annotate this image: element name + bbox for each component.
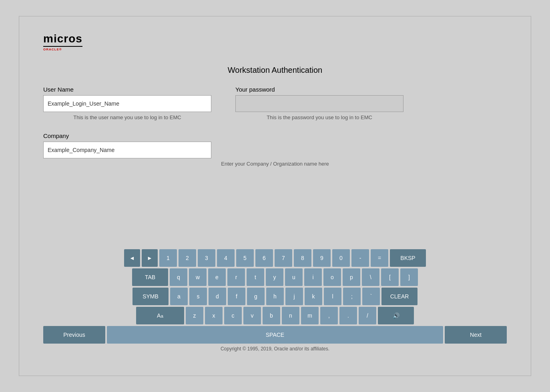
key-right-arrow[interactable]: ►: [142, 249, 158, 267]
key-p[interactable]: p: [343, 268, 360, 286]
username-hint: This is the user name you use to log in …: [43, 114, 211, 120]
form-top-row: User Name This is the user name you use …: [43, 86, 507, 120]
keyboard-row-5: Previous SPACE Next: [43, 326, 507, 344]
key-v[interactable]: v: [243, 307, 261, 324]
key-n[interactable]: n: [282, 307, 299, 324]
key-backspace[interactable]: BKSP: [390, 249, 426, 267]
keyboard-row-2: TAB q w e r t y u i o p \ [ ]: [43, 268, 507, 286]
key-9[interactable]: 9: [313, 249, 331, 267]
key-m[interactable]: m: [301, 307, 319, 324]
key-j[interactable]: j: [285, 288, 303, 305]
key-next[interactable]: Next: [445, 326, 507, 344]
key-z[interactable]: z: [186, 307, 203, 324]
footer-copyright: Copyright © 1995, 2019, Oracle and/or it…: [43, 346, 507, 352]
key-q[interactable]: q: [170, 268, 187, 286]
key-semicolon[interactable]: ;: [343, 288, 361, 305]
micros-logo: micros: [43, 32, 82, 47]
key-left-arrow[interactable]: ◄: [124, 249, 140, 267]
key-space[interactable]: SPACE: [107, 326, 443, 344]
key-4[interactable]: 4: [217, 249, 235, 267]
company-label: Company: [43, 132, 507, 139]
main-container: micros ORACLE® Workstation Authenticatio…: [19, 16, 531, 376]
keyboard-row-1: ◄ ► 1 2 3 4 5 6 7 8 9 0 - = BKSP: [43, 249, 507, 267]
key-clear[interactable]: CLEAR: [381, 288, 418, 305]
key-r[interactable]: r: [227, 268, 245, 286]
key-b[interactable]: b: [263, 307, 280, 324]
key-shift[interactable]: Aa: [136, 307, 184, 324]
page-title: Workstation Authentication: [43, 66, 507, 75]
key-symb[interactable]: SYMB: [132, 288, 169, 305]
key-0[interactable]: 0: [332, 249, 350, 267]
key-a[interactable]: a: [170, 288, 188, 305]
key-g[interactable]: g: [247, 288, 265, 305]
password-input[interactable]: [235, 95, 403, 112]
company-hint: Enter your Company / Organization name h…: [43, 161, 507, 167]
key-7[interactable]: 7: [275, 249, 292, 267]
key-h[interactable]: h: [266, 288, 284, 305]
password-group: Your password This is the password you u…: [235, 86, 403, 120]
key-3[interactable]: 3: [198, 249, 215, 267]
key-y[interactable]: y: [266, 268, 283, 286]
key-k[interactable]: k: [305, 288, 322, 305]
keyboard-row-3: SYMB a s d f g h j k l ; ` CLEAR: [43, 288, 507, 305]
key-8[interactable]: 8: [294, 249, 311, 267]
key-s[interactable]: s: [189, 288, 207, 305]
key-t[interactable]: t: [247, 268, 264, 286]
password-hint: This is the password you use to log in t…: [235, 114, 403, 120]
key-5[interactable]: 5: [236, 249, 254, 267]
keyboard-row-4: Aa z x c v b n m , . / 🔊: [43, 307, 507, 324]
key-comma[interactable]: ,: [320, 307, 338, 324]
key-previous[interactable]: Previous: [43, 326, 105, 344]
key-e[interactable]: e: [208, 268, 226, 286]
key-backtick[interactable]: `: [362, 288, 380, 305]
key-sound[interactable]: 🔊: [378, 307, 414, 324]
key-slash[interactable]: /: [359, 307, 376, 324]
username-input[interactable]: [43, 95, 211, 112]
key-2[interactable]: 2: [179, 249, 196, 267]
username-label: User Name: [43, 86, 211, 93]
key-c[interactable]: c: [224, 307, 242, 324]
key-period[interactable]: .: [339, 307, 357, 324]
key-f[interactable]: f: [228, 288, 245, 305]
key-open-bracket[interactable]: [: [381, 268, 399, 286]
key-6[interactable]: 6: [255, 249, 273, 267]
key-equals[interactable]: =: [371, 249, 388, 267]
username-group: User Name This is the user name you use …: [43, 86, 211, 120]
key-u[interactable]: u: [285, 268, 303, 286]
company-section: Company Enter your Company / Organizatio…: [43, 132, 507, 167]
company-input[interactable]: [43, 142, 211, 158]
company-group: Company Enter your Company / Organizatio…: [43, 132, 507, 167]
key-tab[interactable]: TAB: [132, 268, 168, 286]
key-l[interactable]: l: [324, 288, 341, 305]
password-label: Your password: [235, 86, 403, 93]
key-i[interactable]: i: [304, 268, 322, 286]
key-o[interactable]: o: [323, 268, 341, 286]
key-d[interactable]: d: [209, 288, 226, 305]
logo-area: micros ORACLE®: [43, 32, 507, 54]
key-backslash[interactable]: \: [362, 268, 379, 286]
key-close-bracket[interactable]: ]: [400, 268, 418, 286]
key-x[interactable]: x: [205, 307, 223, 324]
key-minus[interactable]: -: [351, 249, 369, 267]
oracle-logo: ORACLE®: [43, 48, 507, 54]
key-w[interactable]: w: [189, 268, 207, 286]
key-1[interactable]: 1: [159, 249, 177, 267]
keyboard-area: ◄ ► 1 2 3 4 5 6 7 8 9 0 - = BKSP TAB q w…: [43, 249, 507, 352]
